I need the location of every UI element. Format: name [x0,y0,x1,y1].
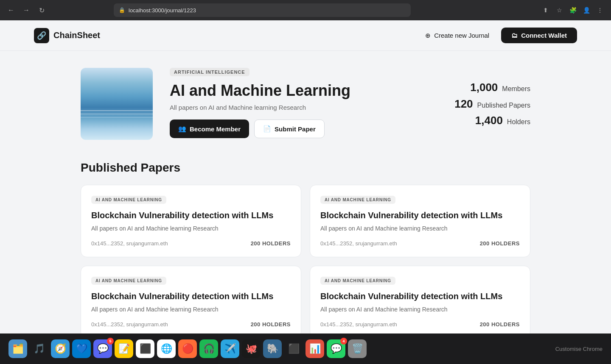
forward-button[interactable]: → [20,4,32,16]
connect-wallet-button[interactable]: 🗂 Connect Wallet [501,28,577,43]
reload-button[interactable]: ↻ [36,4,48,16]
paper-holders: 200 HOLDERS [480,321,520,328]
browser-chrome: ← → ↻ 🔒 localhost:3000/journal/1223 ⬆ ☆ … [0,0,611,20]
paper-author: 0x145...2352, srujangurram.eth [320,240,397,247]
logo-area[interactable]: 🔗 ChainSheet [34,28,100,43]
dock-item-discord[interactable]: 💬5 [93,339,112,358]
section-title: Published Papers [81,161,530,175]
dock-items: 🗂️🎵🧭💙💬5📝⬛🌐🔴🎧✈️🐙🐘⬛📊💬4🗑️ [8,339,367,358]
paper-card[interactable]: AI AND MACHINE LEARNING Blockchain Vulne… [81,185,301,257]
dock-item-notion[interactable]: ⬛ [136,339,154,358]
journal-cover-image [81,68,153,140]
paper-category-badge: AI AND MACHINE LEARNING [91,277,166,285]
hero-stats: 1,000 Members 120 Published Papers 1,400… [437,81,530,127]
paper-holders: 200 HOLDERS [480,240,520,247]
extensions-button[interactable]: 🧩 [567,4,579,16]
stat-papers: 120 Published Papers [437,97,530,111]
paper-footer: 0x145...2352, srujangurram.eth 200 HOLDE… [91,240,291,247]
back-button[interactable]: ← [5,4,17,16]
menu-button[interactable]: ⋮ [594,4,606,16]
become-member-button[interactable]: 👥 Become Member [170,119,249,138]
dock-item-audiogram[interactable]: 🎵 [30,339,48,358]
member-icon: 👥 [178,125,186,133]
paper-title: Blockchain Vulnerability detection with … [91,210,291,221]
paper-card[interactable]: AI AND MACHINE LEARNING Blockchain Vulne… [310,185,530,257]
paper-category-badge: AI AND MACHINE LEARNING [320,277,395,285]
holders-label: Holders [507,118,530,126]
submit-paper-label: Submit Paper [275,125,316,133]
journal-category-badge: ARTIFICIAL INTELLIGENCE [170,68,249,76]
submit-icon: 📄 [263,125,271,133]
paper-title: Blockchain Vulnerability detection with … [91,291,291,302]
paper-footer: 0x145...2352, srujangurram.eth 200 HOLDE… [320,321,520,328]
dock-item-telegram[interactable]: ✈️ [221,339,239,358]
stat-members: 1,000 Members [437,81,530,94]
holders-count: 1,400 [475,114,503,127]
dock-item-trash[interactable]: 🗑️ [348,339,367,358]
paper-description: All papers on AI and Machine learning Re… [320,225,520,232]
address-bar[interactable]: 🔒 localhost:3000/journal/1223 [114,3,411,17]
navbar: 🔗 ChainSheet ⊕ Create new Journal 🗂 Conn… [0,20,611,51]
dock-item-keynote[interactable]: 📊 [306,339,324,358]
papers-label: Published Papers [477,102,530,109]
submit-paper-button[interactable]: 📄 Submit Paper [254,119,325,138]
paper-footer: 0x145...2352, srujangurram.eth 200 HOLDE… [91,321,291,328]
browser-actions: ⬆ ☆ 🧩 👤 ⋮ [540,4,606,16]
papers-count: 120 [448,97,473,111]
page-wrapper: 🔗 ChainSheet ⊕ Create new Journal 🗂 Conn… [0,20,611,355]
dock-item-vscode[interactable]: 💙 [72,339,91,358]
dock-item-github[interactable]: 🐙 [242,339,261,358]
paper-category-badge: AI AND MACHINE LEARNING [91,196,166,204]
main-content: ARTIFICIAL INTELLIGENCE AI and Machine L… [72,51,539,355]
plus-circle-icon: ⊕ [425,32,431,39]
members-label: Members [502,85,530,93]
paper-holders: 200 HOLDERS [251,240,291,247]
paper-description: All papers on AI and Machine learning Re… [91,306,291,313]
share-button[interactable]: ⬆ [540,4,552,16]
paper-holders: 200 HOLDERS [251,321,291,328]
paper-card[interactable]: AI AND MACHINE LEARNING Blockchain Vulne… [81,266,301,338]
papers-grid: AI AND MACHINE LEARNING Blockchain Vulne… [81,185,530,338]
bookmark-button[interactable]: ☆ [553,4,565,16]
paper-author: 0x145...2352, srujangurram.eth [91,240,168,247]
dock-bar: 🗂️🎵🧭💙💬5📝⬛🌐🔴🎧✈️🐙🐘⬛📊💬4🗑️ Customise Chrome [0,333,611,364]
hero-buttons: 👥 Become Member 📄 Submit Paper [170,119,420,138]
dock-item-terminal[interactable]: ⬛ [284,339,303,358]
dock-item-finder[interactable]: 🗂️ [8,339,27,358]
dock-item-chrome[interactable]: 🌐 [157,339,176,358]
paper-author: 0x145...2352, srujangurram.eth [320,321,397,328]
paper-author: 0x145...2352, srujangurram.eth [91,321,168,328]
paper-card[interactable]: AI AND MACHINE LEARNING Blockchain Vulne… [310,266,530,338]
profile-button[interactable]: 👤 [580,4,592,16]
paper-footer: 0x145...2352, srujangurram.eth 200 HOLDE… [320,240,520,247]
dock-item-pgadmin[interactable]: 🐘 [263,339,282,358]
paper-title: Blockchain Vulnerability detection with … [320,210,520,221]
published-papers-section: Published Papers AI AND MACHINE LEARNING… [81,161,530,338]
paper-title: Blockchain Vulnerability detection with … [320,291,520,302]
members-count: 1,000 [470,81,498,94]
create-journal-button[interactable]: ⊕ Create new Journal [418,28,496,43]
stat-holders: 1,400 Holders [437,114,530,127]
journal-title: AI and Machine Learning [170,81,420,100]
journal-description: All papers on AI and Machine learning Re… [170,104,420,111]
paper-category-badge: AI AND MACHINE LEARNING [320,196,395,204]
nav-actions: ⊕ Create new Journal 🗂 Connect Wallet [418,28,577,43]
become-member-label: Become Member [190,125,241,133]
dock-item-safari[interactable]: 🧭 [51,339,70,358]
dock-customize-label: Customise Chrome [555,346,603,352]
lock-icon: 🔒 [119,7,125,13]
url-text: localhost:3000/journal/1223 [129,7,406,14]
dock-item-postman[interactable]: 🔴 [178,339,197,358]
connect-wallet-label: Connect Wallet [521,32,567,39]
wallet-icon: 🗂 [511,32,518,39]
dock-item-spotify[interactable]: 🎧 [199,339,218,358]
dock-item-whatsapp[interactable]: 💬4 [327,339,345,358]
hero-section: ARTIFICIAL INTELLIGENCE AI and Machine L… [81,68,530,140]
paper-description: All papers on AI and Machine learning Re… [320,306,520,313]
hero-info: ARTIFICIAL INTELLIGENCE AI and Machine L… [170,68,420,138]
dock-item-notes[interactable]: 📝 [115,339,133,358]
logo-icon: 🔗 [34,28,49,43]
paper-description: All papers on AI and Machine learning Re… [91,225,291,232]
create-journal-label: Create new Journal [434,32,489,39]
logo-text: ChainSheet [53,31,100,40]
